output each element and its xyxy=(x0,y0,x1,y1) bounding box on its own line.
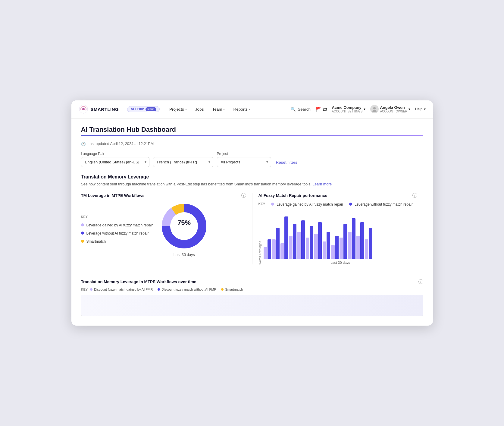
bar-light xyxy=(272,239,276,259)
nav-jobs[interactable]: Jobs xyxy=(192,105,208,113)
bar-group xyxy=(314,222,322,259)
bar-group xyxy=(264,239,271,259)
bar-dark xyxy=(352,218,355,259)
nav-links: Projects ▾ Jobs Team ▾ Reports ▾ xyxy=(166,105,285,113)
bar-chart-inner: Last 30 days xyxy=(264,211,417,264)
bar-light xyxy=(331,245,335,259)
chevron-down-icon: ▾ xyxy=(364,107,365,111)
bar-chart-title: AI Fuzzy Match Repair performance xyxy=(258,193,327,198)
project-wrapper[interactable]: All Projects ▾ xyxy=(217,157,271,167)
target-lang-select[interactable]: French (France) [fr-FR] xyxy=(153,157,213,167)
info-icon[interactable]: i xyxy=(241,193,246,198)
bar-y-label: Words Leveraged xyxy=(258,241,262,265)
chevron-down-icon: ▾ xyxy=(424,107,426,111)
donut-x-label: Last 30 days xyxy=(174,253,195,257)
search-icon: 🔍 xyxy=(291,107,296,112)
bar-chart-panel: AI Fuzzy Match Repair performance i KEY … xyxy=(252,193,423,264)
bottom-legend: KEY Discount fuzzy match gained by AI FM… xyxy=(81,288,423,291)
bottom-legend-3: Smartmatch xyxy=(221,288,243,291)
logo[interactable]: SMARTLING xyxy=(79,104,119,114)
account-menu[interactable]: Acme Company Account Settings ▾ xyxy=(332,105,365,113)
donut-key-label: KEY xyxy=(81,215,153,219)
bar-dark xyxy=(310,226,313,259)
bar-dark xyxy=(284,216,288,259)
bar-dark xyxy=(327,232,330,259)
bar-group xyxy=(365,228,372,259)
legend-item-1: Leverage gained by AI fuzzy match repair xyxy=(81,223,153,228)
bar-group xyxy=(323,232,330,259)
nav-team[interactable]: Team ▾ xyxy=(208,105,228,113)
bar-x-label: Last 30 days xyxy=(264,261,417,264)
bar-dark xyxy=(335,236,339,259)
notification-count: 23 xyxy=(323,107,327,112)
bar-dark xyxy=(293,224,296,259)
nav-projects[interactable]: Projects ▾ xyxy=(166,105,190,113)
learn-more-link[interactable]: Learn more xyxy=(312,182,332,186)
source-lang-wrapper[interactable]: English (United States) [en-US] ▾ xyxy=(81,157,149,167)
bars-wrapper xyxy=(264,211,417,259)
bar-group xyxy=(348,218,355,259)
svg-point-2 xyxy=(373,107,376,109)
bar-group xyxy=(289,224,296,259)
bottom-key-label: KEY xyxy=(81,288,88,291)
bottom-section: Translation Memory Leverage in MTPE Work… xyxy=(81,273,423,316)
donut-chart-panel: TM Leverage in MTPE Workflows i KEY Leve… xyxy=(81,193,252,264)
logo-text: SMARTLING xyxy=(91,107,119,112)
search-button[interactable]: 🔍 Search xyxy=(291,107,311,112)
bar-light xyxy=(289,236,293,259)
donut-legend: KEY Leverage gained by AI fuzzy match re… xyxy=(81,215,153,244)
donut-chart-area: 75% Last 30 days xyxy=(160,202,208,257)
filters-row: Language Pair English (United States) [e… xyxy=(81,152,423,167)
avatar xyxy=(370,105,379,113)
navbar: SMARTLING AIT Hub New! Projects ▾ Jobs T… xyxy=(71,100,433,118)
target-lang-filter: French (France) [fr-FR] ▾ xyxy=(153,152,213,167)
bottom-info-icon[interactable]: i xyxy=(418,279,423,284)
reset-filters-button[interactable]: Reset filters xyxy=(275,158,299,167)
legend-dot-dark-purple xyxy=(81,232,84,235)
bottom-section-title: Translation Memory Leverage in MTPE Work… xyxy=(81,279,196,284)
bar-key-label: KEY xyxy=(258,202,265,206)
nav-right: 🔍 Search 🚩 23 Acme Company Account Setti… xyxy=(291,105,425,113)
target-lang-wrapper[interactable]: French (France) [fr-FR] ▾ xyxy=(153,157,213,167)
legend-dot-light-purple xyxy=(81,223,84,226)
bottom-dot-dark xyxy=(158,288,160,291)
project-label: Project xyxy=(217,152,271,156)
nav-reports[interactable]: Reports ▾ xyxy=(230,105,254,113)
language-pair-label: Language Pair xyxy=(81,152,149,156)
donut-svg: 75% xyxy=(160,202,208,250)
project-filter: Project All Projects ▾ xyxy=(217,152,271,167)
over-time-chart-placeholder xyxy=(81,295,423,316)
charts-row: TM Leverage in MTPE Workflows i KEY Leve… xyxy=(81,193,423,264)
account-settings-label: Account Settings xyxy=(332,110,362,113)
bar-dark xyxy=(268,239,271,259)
ait-hub-badge[interactable]: AIT Hub New! xyxy=(127,106,160,112)
bar-light xyxy=(306,238,309,259)
user-menu[interactable]: Angela Owen Account Owner ▾ xyxy=(370,105,410,113)
bar-info-icon[interactable]: i xyxy=(412,193,417,198)
bar-light xyxy=(356,236,360,259)
chevron-down-icon: ▾ xyxy=(223,108,225,111)
last-updated: 🕐 Last updated April 12, 2024 at 12:21PM xyxy=(81,142,423,146)
project-select[interactable]: All Projects xyxy=(217,157,271,167)
bottom-dot-yellow xyxy=(221,288,224,291)
notifications-badge[interactable]: 🚩 23 xyxy=(315,106,327,112)
user-name: Angela Owen xyxy=(380,105,407,110)
chevron-down-icon: ▾ xyxy=(409,107,410,111)
bar-light xyxy=(365,239,368,259)
source-lang-select[interactable]: English (United States) [en-US] xyxy=(81,157,149,167)
bar-light xyxy=(340,238,343,259)
help-menu[interactable]: Help ▾ xyxy=(415,107,426,111)
account-name: Acme Company xyxy=(332,105,362,110)
ait-hub-label: AIT Hub xyxy=(130,107,144,111)
bar-legend-dot-light xyxy=(271,203,274,206)
bar-legend-dot-dark xyxy=(349,203,352,206)
donut-chart-header: TM Leverage in MTPE Workflows i xyxy=(81,193,246,198)
bar-light xyxy=(264,247,267,259)
bar-light xyxy=(314,234,318,259)
bar-light xyxy=(297,232,301,259)
bar-chart-legend: KEY Leverage gained by AI fuzzy match re… xyxy=(258,202,417,207)
chevron-down-icon: ▾ xyxy=(185,108,187,111)
legend-item-3: Smartmatch xyxy=(81,239,153,244)
bar-group xyxy=(280,216,288,259)
bar-group xyxy=(340,224,347,259)
